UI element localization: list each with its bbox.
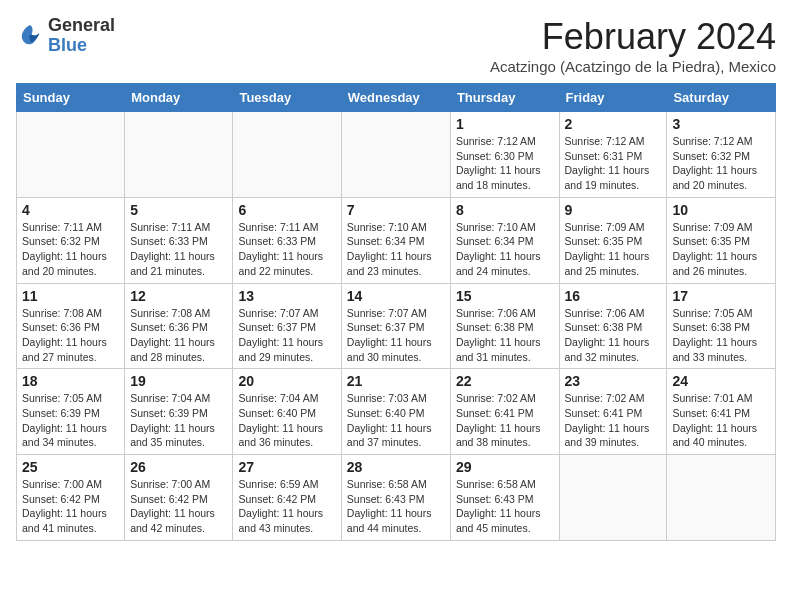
calendar-cell: 23Sunrise: 7:02 AM Sunset: 6:41 PM Dayli…: [559, 369, 667, 455]
day-info: Sunrise: 7:12 AM Sunset: 6:32 PM Dayligh…: [672, 134, 770, 193]
day-number: 9: [565, 202, 662, 218]
day-number: 2: [565, 116, 662, 132]
day-info: Sunrise: 7:00 AM Sunset: 6:42 PM Dayligh…: [22, 477, 119, 536]
day-number: 14: [347, 288, 445, 304]
calendar-cell: 25Sunrise: 7:00 AM Sunset: 6:42 PM Dayli…: [17, 455, 125, 541]
day-number: 15: [456, 288, 554, 304]
day-number: 11: [22, 288, 119, 304]
day-number: 17: [672, 288, 770, 304]
calendar-week-row: 18Sunrise: 7:05 AM Sunset: 6:39 PM Dayli…: [17, 369, 776, 455]
day-info: Sunrise: 7:08 AM Sunset: 6:36 PM Dayligh…: [130, 306, 227, 365]
calendar-cell: 20Sunrise: 7:04 AM Sunset: 6:40 PM Dayli…: [233, 369, 341, 455]
calendar-cell: 2Sunrise: 7:12 AM Sunset: 6:31 PM Daylig…: [559, 112, 667, 198]
calendar-week-row: 25Sunrise: 7:00 AM Sunset: 6:42 PM Dayli…: [17, 455, 776, 541]
calendar-cell: 17Sunrise: 7:05 AM Sunset: 6:38 PM Dayli…: [667, 283, 776, 369]
calendar-cell: 12Sunrise: 7:08 AM Sunset: 6:36 PM Dayli…: [125, 283, 233, 369]
day-info: Sunrise: 7:08 AM Sunset: 6:36 PM Dayligh…: [22, 306, 119, 365]
calendar-cell: 29Sunrise: 6:58 AM Sunset: 6:43 PM Dayli…: [450, 455, 559, 541]
page-header: General Blue February 2024 Acatzingo (Ac…: [16, 16, 776, 75]
day-info: Sunrise: 7:10 AM Sunset: 6:34 PM Dayligh…: [347, 220, 445, 279]
day-number: 16: [565, 288, 662, 304]
day-info: Sunrise: 7:07 AM Sunset: 6:37 PM Dayligh…: [238, 306, 335, 365]
logo-icon: [16, 22, 44, 50]
calendar-cell: 19Sunrise: 7:04 AM Sunset: 6:39 PM Dayli…: [125, 369, 233, 455]
calendar-cell: 8Sunrise: 7:10 AM Sunset: 6:34 PM Daylig…: [450, 197, 559, 283]
day-info: Sunrise: 7:06 AM Sunset: 6:38 PM Dayligh…: [565, 306, 662, 365]
day-number: 5: [130, 202, 227, 218]
day-number: 8: [456, 202, 554, 218]
calendar-cell: 21Sunrise: 7:03 AM Sunset: 6:40 PM Dayli…: [341, 369, 450, 455]
day-info: Sunrise: 7:07 AM Sunset: 6:37 PM Dayligh…: [347, 306, 445, 365]
day-info: Sunrise: 7:11 AM Sunset: 6:33 PM Dayligh…: [130, 220, 227, 279]
day-info: Sunrise: 7:04 AM Sunset: 6:40 PM Dayligh…: [238, 391, 335, 450]
calendar-cell: 24Sunrise: 7:01 AM Sunset: 6:41 PM Dayli…: [667, 369, 776, 455]
day-info: Sunrise: 7:09 AM Sunset: 6:35 PM Dayligh…: [672, 220, 770, 279]
calendar-cell: 3Sunrise: 7:12 AM Sunset: 6:32 PM Daylig…: [667, 112, 776, 198]
day-number: 27: [238, 459, 335, 475]
day-info: Sunrise: 7:06 AM Sunset: 6:38 PM Dayligh…: [456, 306, 554, 365]
calendar-cell: 27Sunrise: 6:59 AM Sunset: 6:42 PM Dayli…: [233, 455, 341, 541]
day-info: Sunrise: 6:58 AM Sunset: 6:43 PM Dayligh…: [456, 477, 554, 536]
day-number: 21: [347, 373, 445, 389]
logo: General Blue: [16, 16, 115, 56]
day-number: 12: [130, 288, 227, 304]
calendar-cell: [341, 112, 450, 198]
day-number: 29: [456, 459, 554, 475]
calendar-table: SundayMondayTuesdayWednesdayThursdayFrid…: [16, 83, 776, 541]
day-info: Sunrise: 7:12 AM Sunset: 6:31 PM Dayligh…: [565, 134, 662, 193]
calendar-cell: 13Sunrise: 7:07 AM Sunset: 6:37 PM Dayli…: [233, 283, 341, 369]
calendar-cell: [233, 112, 341, 198]
calendar-cell: 28Sunrise: 6:58 AM Sunset: 6:43 PM Dayli…: [341, 455, 450, 541]
day-info: Sunrise: 7:02 AM Sunset: 6:41 PM Dayligh…: [565, 391, 662, 450]
calendar-header-row: SundayMondayTuesdayWednesdayThursdayFrid…: [17, 84, 776, 112]
day-number: 19: [130, 373, 227, 389]
day-number: 3: [672, 116, 770, 132]
calendar-cell: [667, 455, 776, 541]
calendar-cell: 22Sunrise: 7:02 AM Sunset: 6:41 PM Dayli…: [450, 369, 559, 455]
day-info: Sunrise: 7:05 AM Sunset: 6:38 PM Dayligh…: [672, 306, 770, 365]
day-info: Sunrise: 7:11 AM Sunset: 6:33 PM Dayligh…: [238, 220, 335, 279]
day-info: Sunrise: 6:58 AM Sunset: 6:43 PM Dayligh…: [347, 477, 445, 536]
subtitle: Acatzingo (Acatzingo de la Piedra), Mexi…: [490, 58, 776, 75]
column-header-thursday: Thursday: [450, 84, 559, 112]
column-header-tuesday: Tuesday: [233, 84, 341, 112]
day-number: 18: [22, 373, 119, 389]
calendar-cell: [17, 112, 125, 198]
calendar-cell: 7Sunrise: 7:10 AM Sunset: 6:34 PM Daylig…: [341, 197, 450, 283]
day-number: 4: [22, 202, 119, 218]
calendar-week-row: 4Sunrise: 7:11 AM Sunset: 6:32 PM Daylig…: [17, 197, 776, 283]
calendar-cell: 6Sunrise: 7:11 AM Sunset: 6:33 PM Daylig…: [233, 197, 341, 283]
calendar-cell: 1Sunrise: 7:12 AM Sunset: 6:30 PM Daylig…: [450, 112, 559, 198]
column-header-monday: Monday: [125, 84, 233, 112]
logo-general-text: General: [48, 15, 115, 35]
day-number: 1: [456, 116, 554, 132]
day-number: 26: [130, 459, 227, 475]
calendar-cell: 26Sunrise: 7:00 AM Sunset: 6:42 PM Dayli…: [125, 455, 233, 541]
day-number: 23: [565, 373, 662, 389]
day-number: 13: [238, 288, 335, 304]
logo-blue-text: Blue: [48, 35, 87, 55]
calendar-cell: 10Sunrise: 7:09 AM Sunset: 6:35 PM Dayli…: [667, 197, 776, 283]
calendar-cell: 5Sunrise: 7:11 AM Sunset: 6:33 PM Daylig…: [125, 197, 233, 283]
day-number: 24: [672, 373, 770, 389]
calendar-cell: [559, 455, 667, 541]
day-number: 22: [456, 373, 554, 389]
day-number: 10: [672, 202, 770, 218]
column-header-saturday: Saturday: [667, 84, 776, 112]
day-number: 28: [347, 459, 445, 475]
day-info: Sunrise: 7:09 AM Sunset: 6:35 PM Dayligh…: [565, 220, 662, 279]
day-info: Sunrise: 7:02 AM Sunset: 6:41 PM Dayligh…: [456, 391, 554, 450]
column-header-wednesday: Wednesday: [341, 84, 450, 112]
day-info: Sunrise: 7:11 AM Sunset: 6:32 PM Dayligh…: [22, 220, 119, 279]
calendar-cell: 11Sunrise: 7:08 AM Sunset: 6:36 PM Dayli…: [17, 283, 125, 369]
day-info: Sunrise: 7:12 AM Sunset: 6:30 PM Dayligh…: [456, 134, 554, 193]
column-header-sunday: Sunday: [17, 84, 125, 112]
day-info: Sunrise: 7:00 AM Sunset: 6:42 PM Dayligh…: [130, 477, 227, 536]
day-number: 7: [347, 202, 445, 218]
day-number: 6: [238, 202, 335, 218]
calendar-cell: 15Sunrise: 7:06 AM Sunset: 6:38 PM Dayli…: [450, 283, 559, 369]
calendar-week-row: 11Sunrise: 7:08 AM Sunset: 6:36 PM Dayli…: [17, 283, 776, 369]
calendar-cell: 4Sunrise: 7:11 AM Sunset: 6:32 PM Daylig…: [17, 197, 125, 283]
calendar-cell: 14Sunrise: 7:07 AM Sunset: 6:37 PM Dayli…: [341, 283, 450, 369]
calendar-cell: 18Sunrise: 7:05 AM Sunset: 6:39 PM Dayli…: [17, 369, 125, 455]
